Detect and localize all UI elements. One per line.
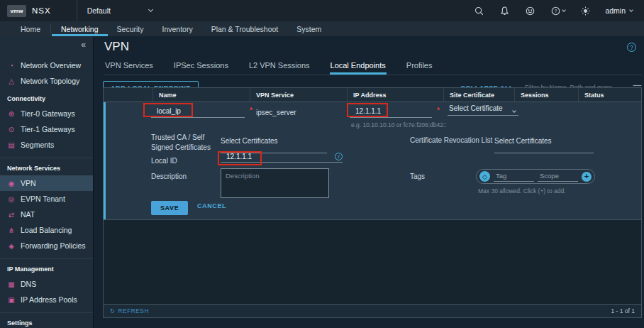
topbar-divider: [77, 0, 77, 21]
tab-vpn-services[interactable]: VPN Services: [104, 59, 154, 75]
ip-address-input[interactable]: [350, 106, 432, 118]
trusted-ca-value: Select Certificates: [221, 137, 278, 145]
sidebar: « ◔ Network Overview △ Network Topology …: [0, 36, 94, 328]
vpn-icon: ◉: [7, 180, 16, 187]
local-id-input[interactable]: [221, 153, 306, 160]
sidebar-header-settings: Settings: [0, 313, 93, 328]
vpn-tabs: VPN Services IPSec Sessions L2 VPN Sessi…: [104, 59, 642, 75]
sidebar-item-dns[interactable]: ▦ DNS: [0, 276, 93, 292]
sidebar-item-label: Network Overview: [21, 61, 81, 70]
vmware-logo: vmw: [7, 5, 26, 17]
sidebar-item-ip-address-pools[interactable]: ▣ IP Address Pools: [0, 292, 93, 307]
tab-profiles[interactable]: Profiles: [406, 59, 433, 75]
tags-field: ◇ +: [476, 169, 595, 184]
sidebar-item-label: DNS: [21, 280, 36, 288]
table-header-row: Name VPN Service IP Address Site Certifi…: [104, 88, 641, 102]
tab-ipsec-sessions[interactable]: IPSec Sessions: [173, 59, 229, 75]
sidebar-item-segments[interactable]: ▤ Segments: [0, 137, 93, 153]
endpoint-name-input[interactable]: [151, 106, 245, 118]
page-title: VPN: [104, 40, 129, 54]
sidebar-header-ip-management: IP Management: [0, 259, 93, 275]
user-menu[interactable]: admin: [605, 6, 633, 15]
sidebar-item-label: IP Address Pools: [21, 295, 77, 304]
table-empty-area: [104, 220, 641, 304]
sidebar-item-vpn[interactable]: ◉ VPN: [0, 175, 93, 191]
save-button[interactable]: SAVE: [151, 201, 188, 215]
dns-icon: ▦: [7, 280, 16, 288]
refresh-button[interactable]: ↻ REFRESH: [110, 307, 149, 315]
search-icon[interactable]: [473, 5, 484, 16]
sidebar-item-label: Forwarding Policies: [21, 241, 86, 250]
sidebar-item-tier0-gateways[interactable]: ⊕ Tier-0 Gateways: [0, 106, 93, 121]
nav-plan-troubleshoot[interactable]: Plan & Troubleshoot: [202, 21, 288, 36]
org-selector-label: Default: [87, 6, 111, 15]
site-certificate-select[interactable]: Select Certificate: [448, 104, 518, 116]
local-id-field: i: [221, 153, 343, 163]
sidebar-item-evpn-tenant[interactable]: ◎ EVPN Tenant: [0, 191, 93, 207]
product-name: NSX: [32, 6, 51, 15]
scope-input[interactable]: [538, 171, 578, 182]
table-header-site-certificate: Site Certificate: [444, 88, 515, 102]
notifications-bell-icon[interactable]: [499, 5, 510, 16]
vpn-service-value: ipsec_server: [256, 109, 296, 116]
refresh-label: REFRESH: [118, 307, 149, 315]
tags-hint: Max 30 allowed. Click (+) to add.: [478, 187, 566, 195]
top-bar: vmw NSX Default ? admin: [0, 0, 644, 21]
tags-label: Tags: [410, 172, 425, 182]
nav-networking[interactable]: Networking: [52, 21, 108, 36]
table-header-vpn-service: VPN Service: [250, 88, 348, 102]
tier1-gateways-icon: ⊙: [7, 126, 16, 133]
tier0-gateways-icon: ⊕: [7, 110, 16, 118]
crl-select[interactable]: Select Certificates: [494, 133, 594, 153]
help-menu[interactable]: ?: [550, 5, 565, 16]
nav-home[interactable]: Home: [11, 21, 50, 36]
evpn-tenant-icon: ◎: [7, 195, 16, 203]
sidebar-item-label: NAT: [21, 210, 35, 219]
add-tag-button[interactable]: +: [582, 172, 592, 182]
required-marker: *: [250, 106, 252, 114]
table-header-status: Status: [579, 88, 641, 102]
feedback-smiley-icon[interactable]: [524, 5, 535, 16]
sidebar-item-label: Tier-1 Gateways: [21, 125, 75, 133]
sidebar-item-load-balancing[interactable]: ⋔ Load Balancing: [0, 222, 93, 238]
nav-inventory[interactable]: Inventory: [152, 21, 201, 36]
theme-sun-icon[interactable]: [579, 5, 591, 16]
trusted-ca-select[interactable]: Select Certificates: [221, 133, 327, 153]
info-icon[interactable]: i: [335, 153, 343, 160]
nav-system[interactable]: System: [287, 21, 331, 36]
network-overview-icon: ◔: [7, 62, 16, 70]
description-textarea[interactable]: [221, 168, 329, 198]
local-id-label: Local ID: [151, 156, 177, 166]
sidebar-item-forwarding-policies[interactable]: ◈ Forwarding Policies: [0, 238, 93, 253]
required-marker: *: [437, 106, 440, 114]
help-circle-icon: ?: [550, 5, 561, 16]
sidebar-header-connectivity: Connectivity: [0, 89, 93, 104]
sidebar-collapse-icon[interactable]: «: [81, 40, 86, 50]
username-label: admin: [605, 6, 626, 15]
tag-input[interactable]: [494, 171, 534, 182]
tab-local-endpoints[interactable]: Local Endpoints: [330, 59, 387, 75]
org-selector-dropdown[interactable]: Default: [87, 6, 152, 15]
chevron-down-icon: [148, 7, 153, 12]
pagination-label: 1 - 1 of 1: [611, 307, 635, 315]
chevron-down-icon: [562, 8, 567, 12]
sidebar-item-network-overview[interactable]: ◔ Network Overview: [0, 58, 93, 73]
sidebar-item-nat[interactable]: ⇄ NAT: [0, 207, 93, 222]
sidebar-item-label: Tier-0 Gateways: [21, 109, 75, 118]
local-endpoint-edit-row: * ipsec_server * e.g. 10.10.10.10 or fc7…: [104, 102, 641, 220]
sidebar-item-tier1-gateways[interactable]: ⊙ Tier-1 Gateways: [0, 121, 93, 137]
segments-icon: ▤: [7, 141, 16, 149]
nav-divider: [50, 24, 51, 33]
tab-l2-vpn-sessions[interactable]: L2 VPN Sessions: [248, 59, 311, 75]
forwarding-policies-icon: ◈: [7, 242, 16, 250]
chevron-down-icon: [512, 109, 516, 113]
page-help-icon[interactable]: ?: [627, 43, 636, 52]
chevron-down-icon: [629, 8, 633, 12]
svg-text:?: ?: [554, 8, 557, 13]
nav-security[interactable]: Security: [108, 21, 153, 36]
sidebar-item-label: Load Balancing: [21, 226, 72, 234]
cancel-button[interactable]: CANCEL: [197, 202, 226, 209]
tag-icon: ◇: [479, 171, 490, 182]
sidebar-item-network-topology[interactable]: △ Network Topology: [0, 73, 93, 89]
local-endpoints-table: Name VPN Service IP Address Site Certifi…: [103, 87, 642, 318]
